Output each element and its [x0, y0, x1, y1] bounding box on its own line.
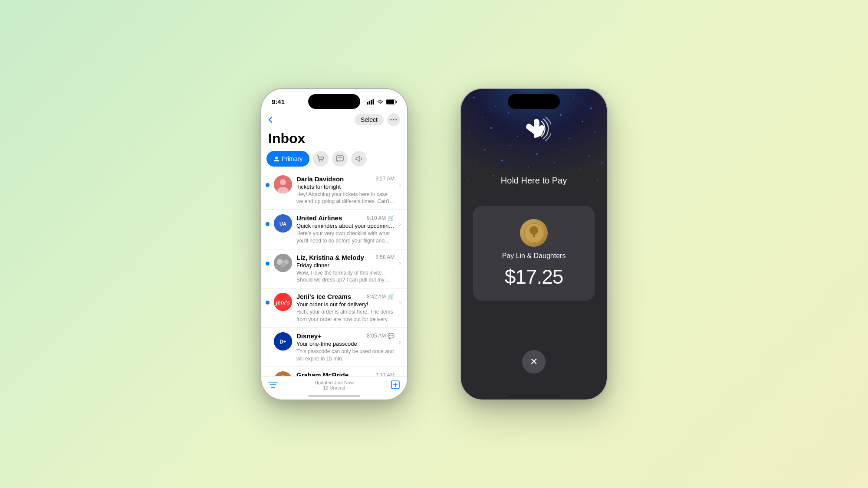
svg-text:D+: D+ [279, 339, 286, 345]
email-header: Liz, Kristina & Melody 8:58 AM [296, 254, 395, 261]
select-button[interactable]: Select [355, 114, 384, 125]
svg-rect-6 [396, 101, 397, 103]
back-button[interactable] [268, 116, 273, 123]
svg-point-44 [590, 108, 592, 109]
avatar: UA [274, 214, 292, 233]
svg-point-11 [319, 160, 320, 161]
svg-point-24 [280, 262, 286, 268]
email-time: 9:10 AM 🛒 [367, 215, 395, 221]
pay-card: Pay Lin & Daughters $17.25 [473, 206, 595, 301]
chevron-right-icon: › [399, 299, 401, 306]
hold-to-pay-label: Hold Here to Pay [501, 176, 567, 186]
more-button[interactable] [387, 113, 400, 126]
shop-badge-icon: 🛒 [388, 293, 395, 300]
avatar-darla-icon [274, 175, 292, 193]
email-sender: Graham McBride [296, 371, 349, 376]
back-chevron-icon [268, 116, 273, 123]
status-time: 9:41 [272, 98, 285, 105]
inbox-title: Inbox [261, 129, 407, 151]
email-preview: This passcode can only be used once and … [296, 348, 395, 363]
tab-messages[interactable] [332, 151, 348, 167]
tab-primary[interactable]: Primary [266, 151, 309, 167]
home-indicator-pay [508, 395, 560, 397]
merchant-logo-icon [523, 223, 544, 243]
email-item[interactable]: UA United Airlines 9:10 AM 🛒 Quick remin… [261, 210, 407, 249]
more-dots-icon [390, 119, 397, 121]
email-item[interactable]: Darla Davidson 9:27 AM Tickets for tonig… [261, 171, 407, 210]
filter-button[interactable] [268, 381, 278, 390]
email-sender: Liz, Kristina & Melody [296, 254, 364, 261]
email-list: Darla Davidson 9:27 AM Tickets for tonig… [261, 171, 407, 376]
tab-shopping[interactable] [313, 151, 329, 167]
svg-point-10 [275, 157, 278, 159]
cancel-icon: ✕ [530, 356, 538, 367]
svg-point-29 [274, 371, 292, 376]
email-item[interactable]: jeni's Jeni's Ice Creams 8:42 AM 🛒 Your … [261, 288, 407, 328]
svg-point-60 [589, 155, 590, 157]
message-icon [336, 155, 344, 162]
email-header: Graham McBride 7:17 AM [296, 371, 395, 376]
cancel-button[interactable]: ✕ [522, 350, 546, 373]
email-content: Graham McBride 7:17 AM Tell us if you ca… [296, 371, 395, 376]
filter-tabs: Primary [261, 151, 407, 171]
tab-promos[interactable] [351, 151, 367, 167]
svg-point-48 [560, 114, 562, 116]
chevron-right-icon: › [399, 181, 401, 188]
email-subject: Friday dinner [296, 262, 395, 269]
footer-center: Updated Just Now 12 Unread [315, 380, 354, 390]
pay-screen: Hold Here to Pay Pay Lin & Daughters $17 [461, 89, 607, 400]
mail-screen: 9:41 [261, 89, 407, 400]
svg-point-62 [501, 160, 503, 161]
email-sender: United Airlines [296, 214, 342, 222]
nav-actions: Select [355, 113, 400, 126]
email-time: 8:05 AM 💬 [367, 333, 395, 339]
svg-point-65 [580, 169, 581, 170]
payment-amount: $17.25 [505, 265, 563, 288]
compose-icon [391, 380, 400, 390]
unread-dot [266, 262, 270, 265]
svg-point-54 [569, 138, 570, 139]
svg-point-76 [529, 226, 538, 235]
avatar: jeni's [274, 293, 292, 311]
mail-nav: Select [261, 111, 407, 129]
email-content: Disney+ 8:05 AM 💬 Your one-time passcode… [296, 332, 395, 363]
email-item[interactable]: D+ Disney+ 8:05 AM 💬 Your one-time passc… [261, 328, 407, 367]
tab-primary-label: Primary [282, 155, 302, 162]
compose-button[interactable] [391, 380, 400, 391]
svg-point-63 [528, 167, 529, 167]
svg-rect-0 [367, 102, 368, 105]
email-item[interactable]: Graham McBride 7:17 AM Tell us if you ca… [261, 367, 407, 376]
svg-rect-2 [371, 100, 372, 105]
email-content: United Airlines 9:10 AM 🛒 Quick reminder… [296, 214, 395, 245]
email-time: 7:17 AM [375, 372, 395, 376]
signal-icon [367, 99, 375, 105]
email-preview: Rich, your order is almost here. The ite… [296, 308, 395, 323]
phones-container: 9:41 [260, 88, 608, 400]
email-preview: Here's your very own checklist with what… [296, 230, 395, 245]
avatar-jeni-icon: jeni's [274, 293, 292, 311]
battery-icon [386, 99, 397, 105]
avatar-disney-icon: D+ [274, 332, 292, 350]
merchant-logo [520, 219, 548, 247]
nfc-contactless-icon [516, 115, 551, 143]
pay-iphone: Hold Here to Pay Pay Lin & Daughters $17 [460, 88, 608, 400]
svg-point-64 [554, 162, 555, 163]
svg-point-61 [476, 164, 477, 165]
unread-dot [266, 222, 270, 226]
avatar [274, 254, 292, 272]
svg-point-66 [601, 162, 603, 164]
svg-rect-5 [386, 100, 394, 104]
svg-point-40 [495, 106, 496, 107]
megaphone-icon [355, 155, 363, 162]
email-header: Disney+ 8:05 AM 💬 [296, 332, 395, 340]
svg-point-43 [573, 97, 574, 98]
svg-rect-1 [369, 101, 370, 105]
wifi-icon [377, 99, 384, 105]
email-header: Jeni's Ice Creams 8:42 AM 🛒 [296, 293, 395, 300]
svg-point-56 [484, 149, 486, 150]
email-subject: Quick reminders about your upcoming... [296, 223, 395, 229]
email-sender: Darla Davidson [296, 175, 344, 183]
unread-dot [266, 301, 270, 305]
email-item[interactable]: Liz, Kristina & Melody 8:58 AM Friday di… [261, 249, 407, 289]
avatar: D+ [274, 332, 292, 350]
